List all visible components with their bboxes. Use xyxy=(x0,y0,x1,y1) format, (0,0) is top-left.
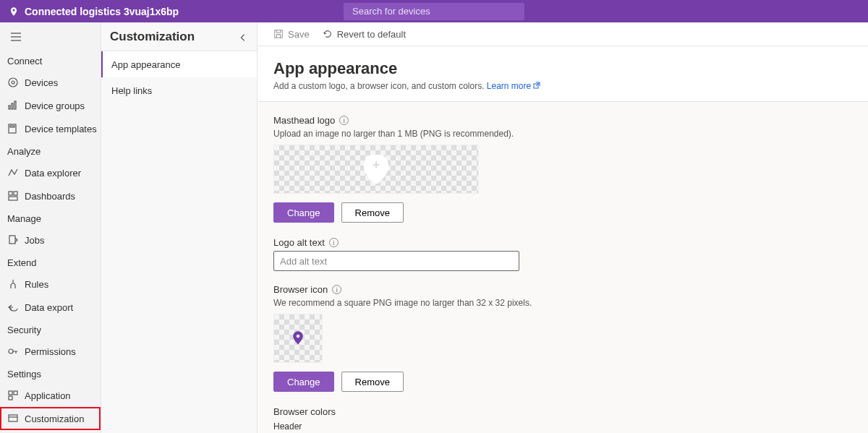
application-icon xyxy=(7,390,19,401)
revert-button[interactable]: Revert to default xyxy=(323,29,406,40)
nav-item-label: Dashboards xyxy=(25,191,75,202)
nav-item-label: Application xyxy=(25,390,71,401)
svg-rect-17 xyxy=(9,396,12,400)
dashboard-icon xyxy=(7,190,19,202)
favicon-preview xyxy=(273,314,323,363)
svg-rect-11 xyxy=(14,192,17,195)
subnav-panel: Customization App appearance Help links xyxy=(101,22,258,433)
nav-item-label: Device groups xyxy=(25,100,85,111)
location-pin-icon xyxy=(9,7,19,17)
info-icon[interactable]: i xyxy=(329,238,339,247)
nav-item-dashboards[interactable]: Dashboards xyxy=(0,184,101,207)
masthead-label: Masthead logo i xyxy=(273,115,852,126)
nav-group-analyze: Analyze xyxy=(0,142,101,161)
nav-group-manage: Manage xyxy=(0,209,101,228)
nav-item-permissions[interactable]: Permissions xyxy=(0,340,101,363)
favicon-hint: We recommend a square PNG image no large… xyxy=(273,298,852,308)
browser-colors-label: Browser colors xyxy=(273,406,852,417)
subnav-item-app-appearance[interactable]: App appearance xyxy=(101,51,257,77)
chart-icon xyxy=(7,100,19,111)
header-color-label: Header xyxy=(273,421,852,432)
svg-rect-5 xyxy=(9,106,10,109)
masthead-remove-button[interactable]: Remove xyxy=(341,202,404,223)
jobs-icon xyxy=(7,234,19,246)
top-bar: Connected logistics 3vuaj1x6bp xyxy=(0,0,868,22)
alt-text-input[interactable] xyxy=(273,251,519,271)
nav-item-device-groups[interactable]: Device groups xyxy=(0,94,101,117)
masthead-hint: Upload an image no larger than 1 MB (PNG… xyxy=(273,129,852,139)
chevron-left-icon[interactable] xyxy=(238,32,248,42)
info-icon[interactable]: i xyxy=(339,116,349,125)
svg-rect-15 xyxy=(9,391,12,395)
nav-group-connect: Connect xyxy=(0,51,101,71)
page-title: App appearance xyxy=(273,59,852,78)
favicon-change-button[interactable]: Change xyxy=(273,372,334,392)
svg-rect-9 xyxy=(10,126,14,127)
subnav-title: Customization xyxy=(110,30,195,44)
svg-point-3 xyxy=(9,78,17,87)
svg-rect-6 xyxy=(12,103,13,109)
page-header: App appearance Add a custom logo, a brow… xyxy=(258,46,868,102)
nav-item-label: Jobs xyxy=(25,235,44,246)
nav-item-label: Customization xyxy=(25,413,84,424)
nav-item-devices[interactable]: Devices xyxy=(0,71,101,94)
favicon-label: Browser icon i xyxy=(273,284,852,295)
nav-item-data-explorer[interactable]: Data explorer xyxy=(0,161,101,184)
subnav-item-label: Help links xyxy=(111,85,152,96)
nav-item-customization[interactable]: Customization xyxy=(0,407,101,430)
nav-item-rules[interactable]: Rules xyxy=(0,273,101,296)
nav-item-device-templates[interactable]: Device templates xyxy=(0,117,101,140)
hamburger-button[interactable] xyxy=(0,22,101,51)
left-nav: Connect Devices Device groups Device tem… xyxy=(0,22,101,433)
external-link-icon xyxy=(533,81,540,88)
template-icon xyxy=(7,123,19,134)
alt-text-label: Logo alt text i xyxy=(273,237,852,248)
devices-icon xyxy=(7,77,19,88)
nav-item-application[interactable]: Application xyxy=(0,384,101,407)
explorer-icon xyxy=(7,167,19,179)
nav-item-label: Rules xyxy=(25,279,48,290)
subnav-item-label: App appearance xyxy=(111,59,180,70)
rules-icon xyxy=(7,278,19,290)
save-label: Save xyxy=(288,29,310,40)
nav-item-label: Device templates xyxy=(25,124,97,134)
nav-item-data-export[interactable]: Data export xyxy=(0,296,101,319)
nav-item-jobs[interactable]: Jobs xyxy=(0,228,101,252)
nav-item-label: Data export xyxy=(25,302,73,313)
main-content: Save Revert to default App appearance Ad… xyxy=(258,22,868,433)
svg-rect-7 xyxy=(14,101,16,109)
svg-rect-10 xyxy=(9,192,12,195)
svg-rect-19 xyxy=(275,30,283,38)
permissions-icon xyxy=(7,346,19,357)
nav-group-extend: Extend xyxy=(0,253,101,273)
svg-rect-18 xyxy=(9,415,17,421)
learn-more-link[interactable]: Learn more xyxy=(487,81,540,91)
svg-point-14 xyxy=(9,349,13,353)
svg-rect-12 xyxy=(9,197,17,200)
save-button[interactable]: Save xyxy=(273,29,310,40)
nav-item-label: Data explorer xyxy=(25,168,81,179)
customization-icon xyxy=(7,413,19,424)
revert-label: Revert to default xyxy=(337,29,406,40)
subnav-title-row: Customization xyxy=(101,22,257,51)
svg-point-4 xyxy=(12,81,14,84)
svg-rect-16 xyxy=(14,391,17,395)
export-icon xyxy=(7,301,19,313)
subnav-item-help-links[interactable]: Help links xyxy=(101,77,257,103)
favicon-remove-button[interactable]: Remove xyxy=(341,372,404,392)
masthead-change-button[interactable]: Change xyxy=(273,202,334,223)
nav-item-label: Devices xyxy=(25,77,58,88)
svg-rect-13 xyxy=(9,236,15,244)
nav-group-security: Security xyxy=(0,320,101,340)
search-input[interactable] xyxy=(344,3,524,20)
masthead-logo-preview xyxy=(273,145,479,194)
app-title: Connected logistics 3vuaj1x6bp xyxy=(25,6,179,17)
command-bar: Save Revert to default xyxy=(258,22,868,46)
svg-point-21 xyxy=(297,335,300,338)
nav-item-label: Permissions xyxy=(25,346,76,357)
nav-group-settings: Settings xyxy=(0,364,101,384)
info-icon[interactable]: i xyxy=(332,285,341,294)
page-description: Add a custom logo, a browser icon, and c… xyxy=(273,81,852,91)
